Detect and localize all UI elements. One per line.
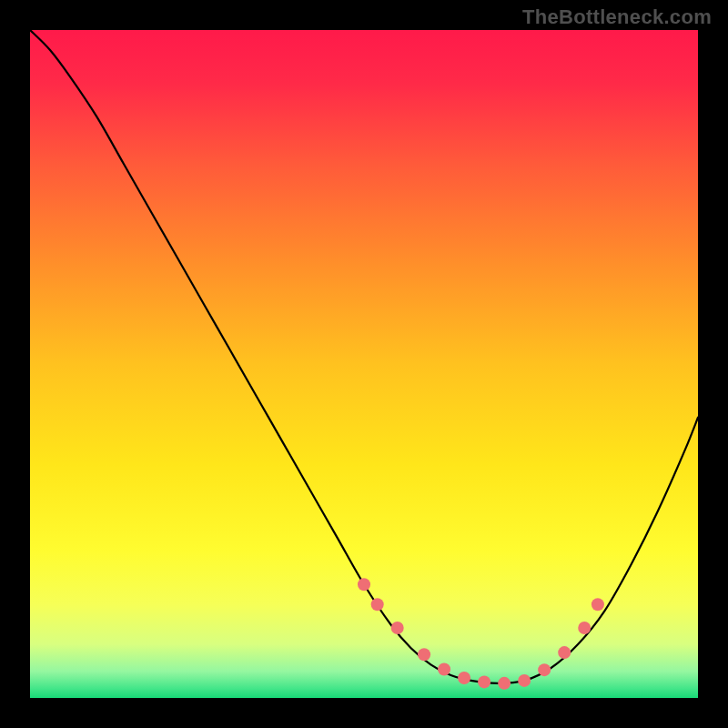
highlight-dot (538, 663, 551, 676)
chart-frame: TheBottleneck.com (0, 0, 728, 728)
highlight-dot (371, 598, 384, 611)
highlight-dot (578, 622, 591, 634)
curve-layer (30, 30, 698, 698)
plot-area (30, 30, 698, 698)
highlight-dot (438, 662, 450, 675)
highlight-dot (391, 622, 404, 634)
attribution-label: TheBottleneck.com (522, 5, 712, 29)
highlight-dot (358, 578, 370, 591)
highlight-dot (498, 677, 511, 690)
highlight-dot (592, 598, 604, 611)
highlight-dot (418, 648, 430, 661)
highlight-dots (358, 578, 604, 690)
highlight-dot (478, 675, 490, 688)
highlight-dot (558, 646, 571, 659)
highlight-dot (458, 672, 470, 684)
highlight-dot (518, 674, 531, 687)
